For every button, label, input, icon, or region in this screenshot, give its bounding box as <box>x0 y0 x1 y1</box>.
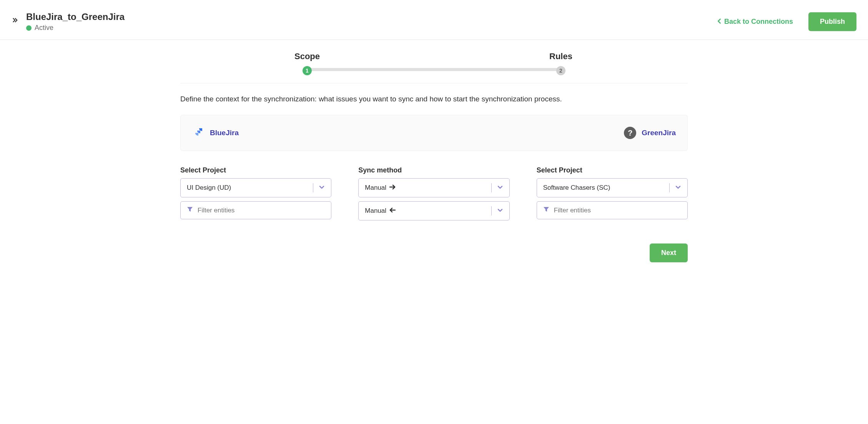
sync-method-column: Sync method Manual Manual <box>358 166 509 220</box>
right-filter-input[interactable] <box>537 201 688 219</box>
title-block: BlueJira_to_GreenJira Active <box>26 12 125 32</box>
left-project-column: Select Project UI Design (UD) <box>180 166 331 220</box>
header-right: Back to Connections Publish <box>717 12 856 31</box>
left-filter-input[interactable] <box>180 201 331 219</box>
step-label: Scope <box>294 51 320 61</box>
instance-right-name: GreenJira <box>642 129 676 137</box>
page-header: BlueJira_to_GreenJira Active Back to Con… <box>0 0 868 40</box>
header-left: BlueJira_to_GreenJira Active <box>12 12 125 32</box>
sync-method-in-select[interactable]: Manual <box>358 201 509 220</box>
chevron-down-icon <box>675 184 681 192</box>
arrow-right-icon <box>389 184 396 192</box>
form-row: Select Project UI Design (UD) Sync metho… <box>180 166 688 220</box>
footer: Next <box>180 243 688 274</box>
expand-icon[interactable] <box>12 17 18 26</box>
sync-out-text: Manual <box>365 184 386 192</box>
divider <box>491 206 492 215</box>
step-rules[interactable]: Rules 2 <box>434 51 688 75</box>
main-content: Scope 1 Rules 2 Define the context for t… <box>180 40 688 285</box>
right-project-select[interactable]: Software Chasers (SC) <box>537 178 688 197</box>
back-to-connections-link[interactable]: Back to Connections <box>717 18 793 26</box>
page-title: BlueJira_to_GreenJira <box>26 12 125 22</box>
sync-method-out-value: Manual <box>365 184 396 192</box>
divider <box>491 183 492 192</box>
question-icon: ? <box>624 127 636 139</box>
step-label: Rules <box>549 51 572 61</box>
chevron-down-icon <box>497 207 503 215</box>
jira-icon <box>192 126 205 140</box>
divider <box>313 183 313 192</box>
status-dot-icon <box>26 25 32 31</box>
instance-left-name: BlueJira <box>210 129 239 137</box>
chevron-down-icon <box>319 184 325 192</box>
left-project-select[interactable]: UI Design (UD) <box>180 178 331 197</box>
left-filter-field[interactable] <box>198 207 325 214</box>
chevron-down-icon <box>497 184 503 192</box>
step-number-icon: 1 <box>303 66 312 75</box>
left-project-label: Select Project <box>180 166 331 174</box>
status-line: Active <box>26 24 125 32</box>
left-project-value: UI Design (UD) <box>187 184 231 192</box>
page-description: Define the context for the synchronizati… <box>180 95 688 103</box>
filter-icon <box>543 206 549 214</box>
right-project-column: Select Project Software Chasers (SC) <box>537 166 688 220</box>
right-project-label: Select Project <box>537 166 688 174</box>
sync-method-out-select[interactable]: Manual <box>358 178 509 197</box>
status-text: Active <box>35 24 53 32</box>
back-link-label: Back to Connections <box>724 18 793 26</box>
publish-button[interactable]: Publish <box>808 12 856 31</box>
instance-right: ? GreenJira <box>624 127 676 139</box>
chevron-left-icon <box>717 18 721 25</box>
sync-method-in-value: Manual <box>365 207 396 215</box>
sync-in-text: Manual <box>365 207 386 215</box>
step-scope[interactable]: Scope 1 <box>180 51 434 75</box>
instances-bar: BlueJira ? GreenJira <box>180 115 688 151</box>
right-filter-field[interactable] <box>554 207 681 214</box>
right-project-value: Software Chasers (SC) <box>543 184 610 192</box>
arrow-left-icon <box>389 207 396 215</box>
sync-method-label: Sync method <box>358 166 509 174</box>
step-connector-line <box>307 68 561 71</box>
stepper: Scope 1 Rules 2 <box>180 51 688 83</box>
filter-icon <box>187 206 193 214</box>
divider <box>669 183 670 192</box>
next-button[interactable]: Next <box>650 243 688 262</box>
instance-left: BlueJira <box>192 126 239 140</box>
step-number-icon: 2 <box>556 66 565 75</box>
